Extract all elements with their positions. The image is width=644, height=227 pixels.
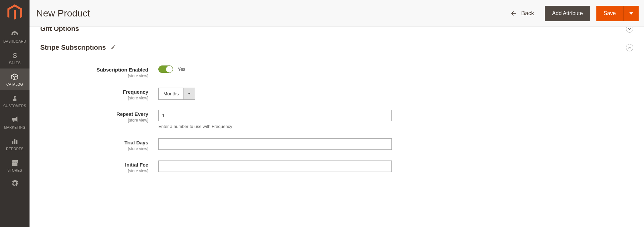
chevron-up-icon (628, 46, 631, 49)
field-scope: [store view] (40, 118, 148, 123)
trial-days-input[interactable] (158, 138, 392, 150)
expand-icon[interactable] (626, 27, 633, 33)
bullhorn-icon (11, 116, 19, 124)
svg-rect-2 (14, 139, 15, 144)
field-scope: [store view] (40, 169, 148, 173)
store-icon (11, 158, 19, 167)
nav-customers[interactable]: CUSTOMERS (0, 90, 30, 111)
gauge-icon (11, 30, 19, 38)
initial-fee-input[interactable] (158, 161, 392, 172)
caret-down-icon (629, 11, 633, 15)
field-label: Initial Fee (125, 162, 148, 168)
chevron-down-icon (628, 27, 631, 31)
pencil-icon (111, 44, 116, 50)
dollar-icon (11, 51, 19, 60)
save-button[interactable]: Save (596, 6, 623, 21)
select-arrow (183, 88, 195, 99)
field-label: Trial Days (124, 140, 148, 145)
edit-section-icon[interactable] (111, 44, 116, 51)
save-dropdown-toggle[interactable] (623, 6, 639, 21)
nav-sales[interactable]: SALES (0, 47, 30, 69)
magento-logo[interactable] (0, 0, 30, 26)
nav-label: SALES (9, 61, 21, 65)
section-gift-options-header[interactable]: Gift Options (30, 27, 644, 38)
select-value: Months (159, 88, 183, 99)
field-repeat-every: Repeat Every [store view] Enter a number… (40, 110, 633, 129)
nav-label: CUSTOMERS (3, 104, 26, 108)
nav-reports[interactable]: REPORTS (0, 133, 30, 154)
bar-chart-icon (11, 137, 19, 146)
subscription-enabled-toggle[interactable] (158, 65, 173, 73)
field-scope: [store view] (40, 96, 148, 100)
frequency-select[interactable]: Months (158, 88, 195, 100)
field-label: Subscription Enabled (97, 67, 148, 73)
svg-rect-3 (16, 140, 17, 144)
nav-stores[interactable]: STORES (0, 154, 30, 176)
collapse-icon[interactable] (626, 44, 633, 51)
gear-icon (11, 179, 19, 188)
nav-label: CATALOG (6, 83, 23, 86)
svg-point-0 (14, 96, 16, 98)
field-note: Enter a number to use with Frequency (158, 124, 403, 129)
save-button-group: Save (596, 6, 639, 21)
add-attribute-button[interactable]: Add Attribute (545, 6, 590, 21)
field-label: Frequency (123, 89, 148, 95)
back-label: Back (521, 10, 534, 17)
nav-catalog[interactable]: CATALOG (0, 69, 30, 90)
person-icon (11, 94, 19, 103)
field-scope: [store view] (40, 74, 148, 78)
box-icon (11, 73, 19, 81)
nav-label: STORES (7, 169, 22, 172)
admin-sidebar: DASHBOARD SALES CATALOG CUSTOMERS MARKET (0, 0, 30, 227)
nav-system[interactable] (0, 176, 30, 192)
nav-marketing[interactable]: MARKETING (0, 111, 30, 133)
caret-down-icon (188, 92, 191, 95)
field-frequency: Frequency [store view] Months (40, 88, 633, 100)
nav-label: DASHBOARD (3, 40, 26, 43)
nav-dashboard[interactable]: DASHBOARD (0, 26, 30, 47)
page-header: New Product Back Add Attribute Save (30, 0, 644, 27)
repeat-every-input[interactable] (158, 110, 392, 121)
section-stripe-header[interactable]: Stripe Subscriptions (30, 38, 644, 57)
field-scope: [store view] (40, 146, 148, 151)
back-link[interactable]: Back (511, 10, 534, 17)
field-label: Repeat Every (116, 111, 148, 117)
arrow-left-icon (511, 10, 517, 17)
field-trial-days: Trial Days [store view] (40, 138, 633, 151)
field-subscription-enabled: Subscription Enabled [store view] Yes (40, 65, 633, 78)
section-title: Stripe Subscriptions (40, 44, 106, 51)
page-title: New Product (36, 8, 511, 19)
section-stripe-body: Subscription Enabled [store view] Yes Fr… (30, 57, 644, 173)
section-title: Gift Options (40, 27, 79, 33)
nav-label: REPORTS (6, 147, 23, 151)
toggle-value-text: Yes (178, 66, 185, 72)
nav-label: MARKETING (4, 126, 25, 129)
field-initial-fee: Initial Fee [store view] (40, 161, 633, 173)
svg-rect-1 (12, 141, 13, 144)
